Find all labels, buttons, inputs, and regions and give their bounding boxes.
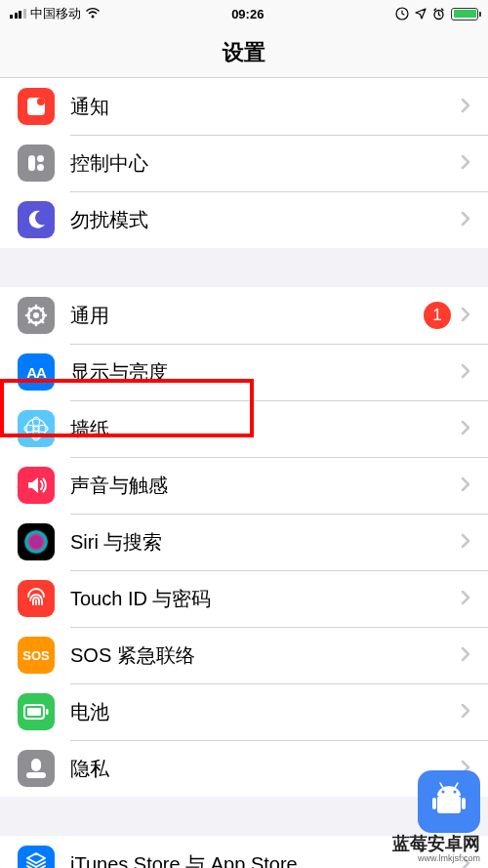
carrier-label: 中国移动	[30, 5, 81, 22]
settings-row-notifications[interactable]: 通知	[0, 78, 488, 135]
page-title: 设置	[223, 38, 265, 67]
row-label: 显示与亮度	[70, 359, 461, 386]
siri-icon	[18, 523, 55, 560]
svg-rect-20	[26, 772, 46, 778]
svg-point-9	[26, 419, 46, 438]
chevron-right-icon	[461, 96, 470, 118]
chevron-right-icon	[461, 305, 470, 327]
row-label: 通知	[70, 94, 461, 120]
status-left: 中国移动	[10, 5, 101, 22]
svg-rect-28	[432, 798, 436, 809]
row-label: SOS 紧急联络	[70, 642, 461, 669]
svg-point-16	[24, 530, 48, 554]
row-label: 隐私	[70, 756, 461, 782]
battery-icon	[451, 8, 478, 21]
svg-point-8	[33, 312, 39, 318]
chevron-right-icon	[461, 644, 470, 667]
chevron-right-icon	[461, 531, 470, 554]
row-label: Siri 与搜索	[70, 529, 461, 556]
chevron-right-icon	[461, 418, 470, 440]
row-label: 通用	[70, 303, 424, 329]
row-label: 勿扰模式	[70, 207, 461, 233]
svg-point-5	[37, 155, 44, 162]
svg-line-30	[440, 783, 443, 788]
svg-rect-29	[462, 798, 466, 809]
chevron-right-icon	[461, 209, 470, 231]
svg-rect-19	[27, 708, 41, 716]
settings-group: 通知控制中心勿扰模式	[0, 78, 488, 248]
notification-badge: 1	[424, 302, 451, 329]
watermark-text: 蓝莓安卓网 www.lmkjsf.com	[392, 835, 480, 864]
watermark-title: 蓝莓安卓网	[392, 834, 480, 853]
watermark-logo	[418, 770, 480, 833]
sos-icon: SOS	[18, 637, 55, 674]
settings-group: 通用1AA显示与亮度墙纸声音与触感Siri 与搜索Touch ID 与密码SOS…	[0, 287, 488, 797]
row-label: 控制中心	[70, 150, 461, 177]
status-right	[395, 7, 478, 21]
wifi-icon	[85, 8, 101, 20]
status-bar: 中国移动 09:26	[0, 0, 488, 27]
touchid-icon	[18, 580, 55, 617]
signal-icon	[10, 9, 26, 19]
row-label: Touch ID 与密码	[70, 586, 461, 612]
settings-row-general[interactable]: 通用1	[0, 287, 488, 344]
svg-point-6	[37, 164, 44, 171]
general-icon	[18, 297, 55, 334]
settings-row-display[interactable]: AA显示与亮度	[0, 344, 488, 400]
svg-point-3	[37, 98, 45, 105]
row-label: 电池	[70, 699, 461, 725]
watermark-url: www.lmkjsf.com	[392, 854, 480, 864]
chevron-right-icon	[461, 475, 470, 497]
nav-bar: 设置	[0, 27, 488, 78]
wallpaper-icon	[18, 410, 55, 447]
sounds-icon	[18, 467, 55, 504]
control-center-icon	[18, 145, 55, 182]
privacy-icon	[18, 750, 55, 787]
settings-row-touchid[interactable]: Touch ID 与密码	[0, 570, 488, 627]
settings-row-control-center[interactable]: 控制中心	[0, 135, 488, 191]
chevron-right-icon	[461, 152, 470, 175]
row-label: 墙纸	[70, 416, 461, 442]
settings-row-sounds[interactable]: 声音与触感	[0, 457, 488, 514]
alarm-icon	[432, 8, 445, 21]
rotation-lock-icon	[395, 7, 409, 21]
chevron-right-icon	[461, 701, 470, 723]
settings-row-sos[interactable]: SOSSOS 紧急联络	[0, 627, 488, 683]
notifications-icon	[18, 88, 55, 125]
display-icon: AA	[18, 353, 55, 391]
chevron-right-icon	[461, 588, 470, 610]
row-label: 声音与触感	[70, 473, 461, 499]
location-icon	[415, 8, 427, 20]
svg-rect-18	[46, 709, 49, 715]
settings-row-siri[interactable]: Siri 与搜索	[0, 514, 488, 570]
svg-point-27	[454, 791, 457, 794]
settings-row-battery[interactable]: 电池	[0, 683, 488, 740]
svg-rect-4	[28, 155, 35, 171]
status-time: 09:26	[231, 7, 264, 21]
svg-line-31	[455, 783, 458, 788]
android-robot-icon	[427, 780, 470, 823]
settings-row-wallpaper[interactable]: 墙纸	[0, 400, 488, 457]
svg-rect-25	[437, 796, 461, 813]
settings-row-dnd[interactable]: 勿扰模式	[0, 191, 488, 248]
chevron-right-icon	[461, 361, 470, 384]
battery-icon	[18, 693, 55, 730]
dnd-icon	[18, 201, 55, 238]
svg-point-26	[442, 791, 445, 794]
settings-row-privacy[interactable]: 隐私	[0, 740, 488, 797]
itunes-icon	[18, 846, 55, 868]
